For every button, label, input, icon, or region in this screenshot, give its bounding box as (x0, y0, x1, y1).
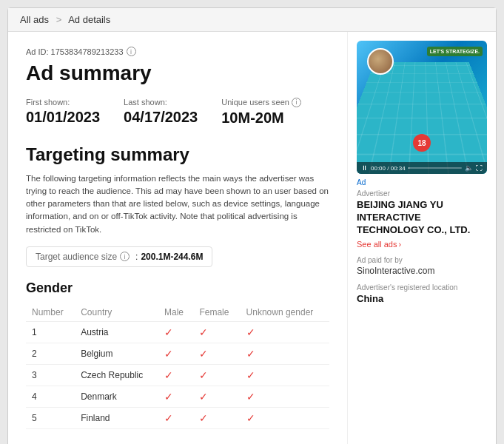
lets-strategize-text: LET'S STRATEGIZE. (427, 47, 483, 56)
cell-number: 5 (26, 407, 75, 428)
unique-users-info-icon[interactable]: i (292, 98, 301, 107)
table-row: 1 Austria ✓ ✓ ✓ (26, 321, 329, 343)
last-shown-stat: Last shown: 04/17/2023 (124, 98, 198, 127)
video-overlay: LET'S STRATEGIZE. 18 ⏸ 00:00 / 00:34 🔈 ⛶ (357, 41, 487, 174)
cell-female: ✓ (193, 343, 240, 364)
stats-row: First shown: 01/01/2023 Last shown: 04/1… (26, 98, 329, 127)
cell-country: Czech Republic (75, 364, 158, 386)
audience-size-label: Target audience size (36, 252, 117, 262)
volume-button[interactable]: 🔈 (465, 164, 473, 172)
targeting-section: Targeting summary The following targetin… (26, 144, 329, 429)
right-panel: LET'S STRATEGIZE. 18 ⏸ 00:00 / 00:34 🔈 ⛶ (348, 32, 496, 444)
ad-label: Ad (357, 178, 487, 186)
cell-number: 2 (26, 343, 75, 364)
cell-male: ✓ (158, 321, 193, 343)
ad-id-info-icon[interactable]: i (127, 47, 136, 56)
cell-country: Austria (75, 321, 158, 343)
cell-female: ✓ (193, 407, 240, 428)
cell-male: ✓ (158, 407, 193, 428)
col-header-male: Male (158, 303, 193, 322)
cell-unknown: ✓ (241, 321, 329, 343)
breadcrumb-current: Ad details (68, 14, 110, 25)
audience-size-value: 200.1M-244.6M (141, 252, 203, 262)
col-header-unknown: Unknown gender (241, 303, 329, 322)
gender-table: Number Country Male Female Unknown gende… (26, 303, 329, 429)
cell-male: ✓ (158, 386, 193, 407)
first-shown-stat: First shown: 01/01/2023 (26, 98, 100, 127)
ad-id-text: Ad ID: 1753834789213233 (26, 47, 124, 56)
gender-section-title: Gender (26, 280, 329, 296)
reg-location-value: China (357, 293, 487, 304)
table-row: 4 Denmark ✓ ✓ ✓ (26, 386, 329, 407)
col-header-female: Female (193, 303, 240, 322)
video-time: 00:00 / 00:34 (371, 165, 406, 172)
progress-bar[interactable] (409, 167, 462, 169)
col-header-number: Number (26, 303, 75, 322)
cell-number: 4 (26, 386, 75, 407)
unique-users-stat: Unique users seen i 10M-20M (221, 98, 301, 127)
cell-female: ✓ (193, 364, 240, 386)
advertiser-label: Advertiser (357, 189, 487, 198)
first-shown-value: 01/01/2023 (26, 109, 100, 126)
fullscreen-button[interactable]: ⛶ (476, 164, 483, 172)
cell-female: ✓ (193, 386, 240, 407)
ad-id-row: Ad ID: 1753834789213233 i (26, 47, 329, 56)
targeting-description: The following targeting information refl… (26, 172, 329, 236)
unique-users-label: Unique users seen i (221, 98, 301, 107)
cell-unknown: ✓ (241, 343, 329, 364)
cell-male: ✓ (158, 364, 193, 386)
paid-by-label: Ad paid for by (357, 256, 487, 264)
cell-unknown: ✓ (241, 386, 329, 407)
first-shown-label: First shown: (26, 98, 100, 107)
breadcrumb: All ads > Ad details (8, 8, 496, 32)
cell-country: Belgium (75, 343, 158, 364)
cell-female: ✓ (193, 321, 240, 343)
video-game-scene: LET'S STRATEGIZE. 18 (357, 41, 487, 174)
last-shown-label: Last shown: (124, 98, 198, 107)
red-badge: 18 (413, 134, 431, 152)
cell-unknown: ✓ (241, 364, 329, 386)
table-header-row: Number Country Male Female Unknown gende… (26, 303, 329, 322)
table-row: 2 Belgium ✓ ✓ ✓ (26, 343, 329, 364)
left-panel: Ad ID: 1753834789213233 i Ad summary Fir… (8, 32, 348, 444)
see-all-ads-link[interactable]: See all ads › (357, 240, 487, 249)
ad-summary-title: Ad summary (26, 61, 329, 86)
reg-location-label: Advertiser's registered location (357, 283, 487, 292)
breadcrumb-separator: > (56, 14, 62, 25)
cell-number: 3 (26, 364, 75, 386)
character-face (367, 48, 394, 75)
cell-country: Denmark (75, 386, 158, 407)
paid-by-value: SinoInteractive.com (357, 266, 487, 276)
main-content: Ad ID: 1753834789213233 i Ad summary Fir… (8, 32, 496, 444)
cell-country: Finland (75, 407, 158, 428)
targeting-title: Targeting summary (26, 144, 329, 165)
game-grid-background (357, 62, 487, 174)
audience-size-info-icon[interactable]: i (120, 252, 130, 261)
video-controls: ⏸ 00:00 / 00:34 🔈 ⛶ (357, 162, 487, 174)
last-shown-value: 04/17/2023 (124, 109, 198, 126)
table-row: 3 Czech Republic ✓ ✓ ✓ (26, 364, 329, 386)
col-header-country: Country (75, 303, 158, 322)
pause-button[interactable]: ⏸ (361, 164, 368, 172)
page-container: All ads > Ad details Ad ID: 175383478921… (7, 7, 497, 444)
progress-fill (409, 167, 409, 169)
advertiser-name: BEIJING JIANG YU INTERACTIVE TECHNOLOGY … (357, 199, 487, 237)
video-player[interactable]: LET'S STRATEGIZE. 18 ⏸ 00:00 / 00:34 🔈 ⛶ (357, 41, 487, 174)
table-row: 5 Finland ✓ ✓ ✓ (26, 407, 329, 428)
unique-users-value: 10M-20M (221, 110, 301, 127)
cell-unknown: ✓ (241, 407, 329, 428)
audience-size-box: Target audience size i : 200.1M-244.6M (26, 246, 212, 267)
cell-number: 1 (26, 321, 75, 343)
cell-male: ✓ (158, 343, 193, 364)
breadcrumb-parent[interactable]: All ads (20, 14, 49, 25)
